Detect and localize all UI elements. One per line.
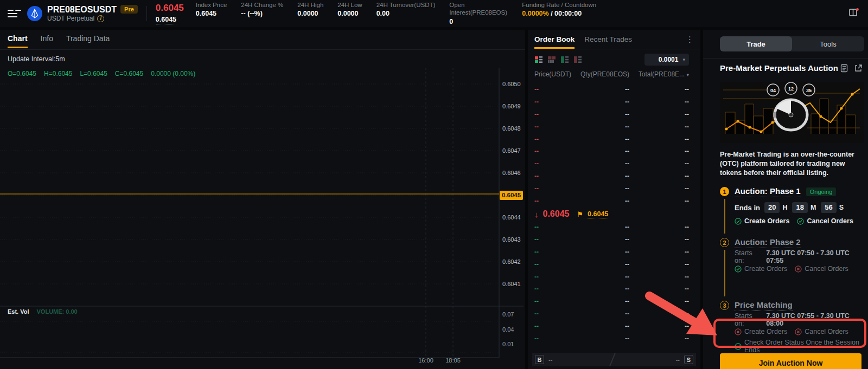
buy-box[interactable]: B bbox=[535, 355, 544, 364]
bid-price: -- bbox=[534, 261, 578, 268]
ask-qty: -- bbox=[578, 111, 629, 118]
bid-row[interactable]: ------ bbox=[534, 234, 689, 246]
join-auction-button[interactable]: Join Auction Now bbox=[720, 353, 861, 369]
bid-total: -- bbox=[629, 285, 689, 293]
bid-row[interactable]: ------ bbox=[534, 320, 689, 332]
phase-schedule: Starts on:7.30 UTC 07:55 - 7.30 UTC 08:0… bbox=[735, 315, 863, 324]
tab-trading-data[interactable]: Trading Data bbox=[66, 34, 110, 48]
bid-qty: -- bbox=[578, 273, 629, 281]
tab-info[interactable]: Info bbox=[41, 34, 53, 48]
ask-total: -- bbox=[629, 111, 689, 118]
countdown-unit: M bbox=[810, 204, 816, 211]
phase-permissions: Create OrdersCancel OrdersCheck Order St… bbox=[735, 328, 863, 354]
phase-header: Auction: Phase 1Ongoing bbox=[735, 186, 863, 198]
last-traded-price: 0.6045 bbox=[543, 209, 570, 219]
ask-row[interactable]: ------ bbox=[534, 182, 689, 195]
bid-qty: -- bbox=[578, 335, 629, 342]
update-interval-label: Update Interval:5m bbox=[8, 55, 65, 63]
ask-row[interactable]: ------ bbox=[534, 120, 689, 133]
tab-chart[interactable]: Chart bbox=[8, 34, 28, 48]
schedule-value: 7.30 UTC 07:55 - 7.30 UTC 08:00 bbox=[766, 312, 863, 327]
permission-label: Check Order Status Once the Session Ends bbox=[744, 339, 863, 354]
bid-row[interactable]: ------ bbox=[534, 246, 689, 258]
ask-total: -- bbox=[629, 147, 689, 155]
bid-row[interactable]: ------ bbox=[534, 332, 689, 345]
external-link-icon[interactable] bbox=[854, 64, 863, 73]
stat-value: 0.0000 bbox=[337, 10, 362, 18]
check-circle-icon bbox=[797, 218, 804, 225]
orderbook-panel-toggle-icon[interactable] bbox=[848, 8, 859, 20]
ask-row[interactable]: ------ bbox=[534, 108, 689, 121]
bid-row[interactable]: ------ bbox=[534, 221, 689, 234]
price-down-arrow-icon: ↓ bbox=[534, 210, 539, 219]
phase-title[interactable]: Auction: Phase 2 bbox=[735, 237, 801, 248]
permission-check: Cancel Orders bbox=[797, 217, 853, 225]
view-mode-bids-icon[interactable] bbox=[560, 55, 569, 64]
symbol-title[interactable]: PRE08EOSUSDT bbox=[47, 5, 117, 15]
view-mode-depth-icon[interactable] bbox=[547, 55, 556, 64]
bid-row[interactable]: ------ bbox=[534, 308, 689, 320]
bid-qty: -- bbox=[578, 297, 629, 305]
tab-order-book[interactable]: Order Book bbox=[534, 30, 575, 49]
bid-row[interactable]: ------ bbox=[534, 283, 689, 295]
price-axis-label: 0.6050 bbox=[502, 80, 524, 88]
price-axis-label: 0.6049 bbox=[502, 102, 524, 110]
ask-row[interactable]: ------ bbox=[534, 96, 689, 108]
bid-price: -- bbox=[534, 248, 578, 256]
mark-price-link[interactable]: 0.6045 bbox=[588, 210, 608, 218]
stat-value: 0.6045 bbox=[196, 10, 227, 18]
mark-price[interactable]: 0.6045 bbox=[156, 16, 176, 24]
col-total-header[interactable]: Total(PRE08E... ▾ bbox=[629, 70, 689, 78]
bid-total: -- bbox=[629, 273, 689, 281]
ask-price: -- bbox=[534, 197, 578, 205]
ask-qty: -- bbox=[578, 172, 629, 180]
order-book-panel: Order Book Recent Trades ⋮ bbox=[528, 30, 700, 369]
permission-label: Cancel Orders bbox=[805, 265, 848, 273]
guide-doc-icon[interactable] bbox=[840, 64, 848, 73]
ask-price: -- bbox=[534, 98, 578, 106]
more-menu-icon[interactable]: ⋮ bbox=[686, 35, 694, 44]
bid-total: -- bbox=[629, 297, 689, 305]
tab-tools[interactable]: Tools bbox=[792, 36, 864, 51]
auction-phase-1: 1Auction: Phase 1OngoingEnds in20H18M56S… bbox=[720, 186, 863, 225]
view-mode-asks-icon[interactable] bbox=[573, 55, 582, 64]
view-mode-both-icon[interactable] bbox=[534, 55, 543, 64]
permission-check: Create Orders bbox=[735, 217, 789, 225]
ask-row[interactable]: ------ bbox=[534, 83, 689, 96]
stat-label: Funding Rate / Countdown bbox=[522, 1, 596, 9]
trading-app: PRE08EOSUSDT Pre USDT Perpetual i 0.6045… bbox=[0, 0, 868, 369]
ask-qty: -- bbox=[578, 135, 629, 143]
phase-title[interactable]: Auction: Phase 1 bbox=[735, 186, 801, 197]
ask-row[interactable]: ------ bbox=[534, 170, 689, 183]
sell-box[interactable]: S bbox=[684, 355, 693, 364]
bid-price: -- bbox=[534, 285, 578, 293]
auction-title: Pre-Market Perpetuals Auction bbox=[720, 63, 838, 73]
stat-label: 24H Low bbox=[337, 1, 362, 9]
phase-title[interactable]: Price Matching bbox=[735, 300, 793, 311]
ask-row[interactable]: ------ bbox=[534, 195, 689, 207]
tab-trade[interactable]: Trade bbox=[720, 36, 792, 51]
ohlc-item: C=0.6045 bbox=[115, 70, 143, 77]
price-chart[interactable] bbox=[0, 68, 524, 363]
tick-size-dropdown[interactable]: 0.0001 ▾ bbox=[644, 54, 689, 66]
bid-row[interactable]: ------ bbox=[534, 295, 689, 308]
ask-row[interactable]: ------ bbox=[534, 145, 689, 158]
ask-total: -- bbox=[629, 98, 689, 106]
permission-check: Check Order Status Once the Session Ends bbox=[735, 339, 863, 354]
bid-row[interactable]: ------ bbox=[534, 258, 689, 270]
tab-recent-trades[interactable]: Recent Trades bbox=[584, 30, 632, 49]
bid-total: -- bbox=[629, 310, 689, 318]
price-axis-label: 0.6041 bbox=[502, 280, 524, 288]
bid-qty: -- bbox=[578, 248, 629, 256]
ask-row[interactable]: ------ bbox=[534, 133, 689, 145]
bid-total: -- bbox=[629, 223, 689, 231]
hamburger-menu-icon[interactable] bbox=[0, 0, 25, 27]
info-icon[interactable]: i bbox=[97, 15, 104, 22]
chevron-down-icon: ▾ bbox=[682, 57, 685, 62]
caret-down-icon: ▾ bbox=[686, 72, 689, 77]
divider bbox=[703, 58, 868, 59]
ask-row[interactable]: ------ bbox=[534, 158, 689, 170]
bid-total: -- bbox=[629, 248, 689, 256]
funding-rate: 0.0000% bbox=[522, 10, 548, 17]
bid-row[interactable]: ------ bbox=[534, 270, 689, 283]
